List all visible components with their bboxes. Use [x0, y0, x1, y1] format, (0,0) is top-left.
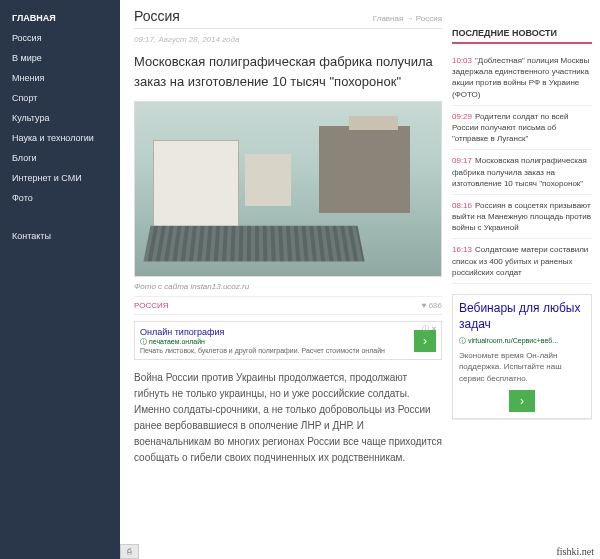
news-text: Россиян в соцсетях призывают выйти на Ма…	[452, 201, 591, 232]
sidebar-nav: ГЛАВНАЯ Россия В мире Мнения Спорт Культ…	[0, 0, 120, 559]
rail-ad-desc: Экономьте время Он-лайн поддержка. Испыт…	[459, 350, 585, 384]
news-item[interactable]: 09:17Московская полиграфическая фабрика …	[452, 150, 592, 195]
sidebar-item-main[interactable]: ГЛАВНАЯ	[0, 8, 120, 28]
sidebar-item-opinions[interactable]: Мнения	[0, 68, 120, 88]
sidebar-item-blogs[interactable]: Блоги	[0, 148, 120, 168]
footer-badge[interactable]: ⎙	[120, 544, 139, 559]
content-column: Россия Главная → Россия 09:17, Август 28…	[134, 8, 442, 559]
sidebar-item-world[interactable]: В мире	[0, 48, 120, 68]
news-time: 08:16	[452, 201, 472, 210]
ad-title[interactable]: Онлайн типография	[140, 327, 408, 337]
news-time: 10:03	[452, 56, 472, 65]
article-likes[interactable]: ♥ 686	[422, 301, 442, 310]
sidebar-item-internet[interactable]: Интернет и СМИ	[0, 168, 120, 188]
sidebar-item-culture[interactable]: Культура	[0, 108, 120, 128]
breadcrumb[interactable]: Главная → Россия	[373, 14, 442, 23]
machine-graphic	[245, 154, 291, 206]
rail-header: ПОСЛЕДНИЕ НОВОСТИ	[452, 28, 592, 44]
news-item[interactable]: 10:03"Доблестная" полиция Москвы задержа…	[452, 50, 592, 106]
rail-ad-title[interactable]: Вебинары для любых задач	[459, 301, 585, 332]
news-text: Московская полиграфическая фабрика получ…	[452, 156, 587, 187]
rail-ad[interactable]: Вебинары для любых задач ⓘ virtualroom.r…	[452, 294, 592, 419]
news-time: 09:17	[452, 156, 472, 165]
page-header: Россия Главная → Россия	[134, 8, 442, 29]
site-brand: fishki.net	[557, 546, 595, 557]
image-caption: Фото с сайта instan13.ucoz.ru	[134, 277, 442, 297]
sidebar-item-sport[interactable]: Спорт	[0, 88, 120, 108]
page-title: Россия	[134, 8, 180, 24]
news-time: 09:29	[452, 112, 472, 121]
ad-desc: Печать листовок, буклетов и другой полиг…	[140, 347, 408, 354]
sidebar-item-contacts[interactable]: Контакты	[0, 226, 120, 246]
machine-graphic	[153, 140, 239, 227]
news-item[interactable]: 09:29Родители солдат по всей России полу…	[452, 106, 592, 151]
machine-graphic	[319, 126, 411, 213]
rail-ad-url[interactable]: ⓘ virtualroom.ru/Сервис+веб...	[459, 336, 585, 346]
article-image	[134, 101, 442, 277]
main-area: Россия Главная → Россия 09:17, Август 28…	[120, 0, 600, 559]
news-text: Солдатские матери составили список из 40…	[452, 245, 588, 276]
news-item[interactable]: 16:13Солдатские матери составили список …	[452, 239, 592, 284]
ad-sub: ⓘ печатаем.онлайн	[140, 337, 408, 347]
sidebar-item-science[interactable]: Наука и технологии	[0, 128, 120, 148]
sidebar-item-russia[interactable]: Россия	[0, 28, 120, 48]
rail-ad-button[interactable]: ›	[509, 390, 535, 412]
news-time: 16:13	[452, 245, 472, 254]
right-rail: ПОСЛЕДНИЕ НОВОСТИ 10:03"Доблестная" поли…	[452, 8, 592, 559]
article-category[interactable]: РОССИЯ	[134, 301, 168, 310]
news-text: "Доблестная" полиция Москвы задержала ед…	[452, 56, 589, 99]
machine-graphic	[349, 116, 398, 130]
article-body: Война России против Украины продолжается…	[134, 370, 442, 466]
conveyor-graphic	[144, 226, 365, 262]
news-item[interactable]: 08:16Россиян в соцсетях призывают выйти …	[452, 195, 592, 240]
article-meta: РОССИЯ ♥ 686	[134, 301, 442, 315]
inline-ad[interactable]: ⓘ ✕ Онлайн типография ⓘ печатаем.онлайн …	[134, 321, 442, 360]
ad-badge-icon[interactable]: ⓘ ✕	[422, 324, 437, 334]
sidebar-item-photo[interactable]: Фото	[0, 188, 120, 208]
rail-lang-switch[interactable]	[452, 419, 592, 424]
article-timestamp: 09:17, Август 28, 2014 года	[134, 35, 442, 44]
article-title: Московская полиграфическая фабрика получ…	[134, 52, 442, 91]
